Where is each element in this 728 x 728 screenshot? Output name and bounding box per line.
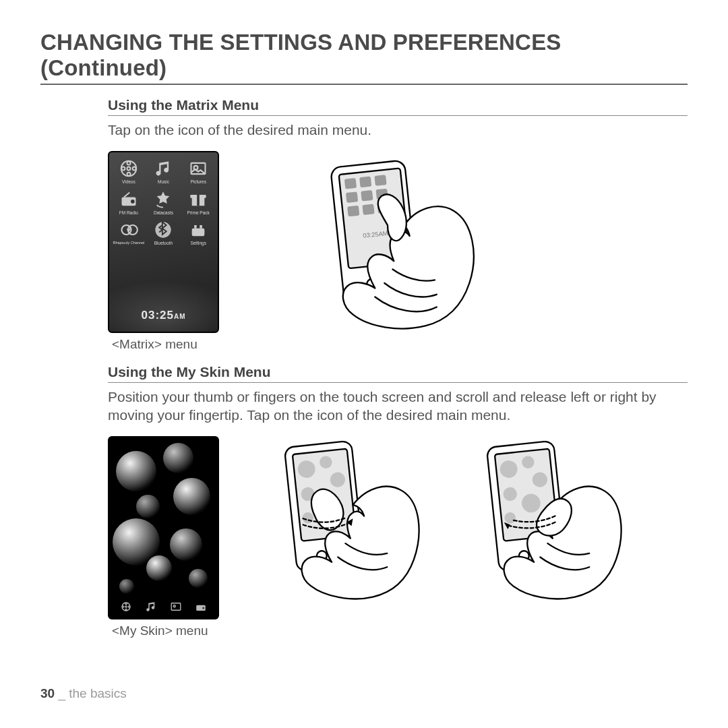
icon-label: Datacasts [154,211,173,216]
section1-body: Tap on the icon of the desired main menu… [108,121,688,139]
pictures-icon [186,158,210,179]
svg-rect-23 [194,225,197,229]
hand-swipe-right-illustration [260,436,421,605]
svg-rect-22 [201,230,203,235]
svg-point-2 [127,162,130,165]
svg-point-38 [122,603,130,611]
section2-figure-row: <My Skin> menu [108,436,688,638]
icon-label: Settings [190,241,206,246]
settings-icon [186,219,210,241]
bar-music-icon [145,601,157,615]
footer-sep: _ [55,686,69,700]
myskin-caption: <My Skin> menu [112,624,219,638]
videos-icon [117,158,141,179]
svg-point-42 [122,606,123,607]
clock-time: 03:25 [141,309,173,322]
svg-rect-44 [171,603,181,611]
svg-point-3 [127,173,130,176]
svg-point-41 [125,609,126,610]
section1-heading: Using the Matrix Menu [108,97,688,116]
section2-body: Position your thumb or fingers on the to… [108,388,688,424]
section1-figure-row: Videos Music Pictures [108,151,688,352]
svg-point-47 [203,607,205,609]
svg-rect-10 [123,200,129,201]
icon-label: Music [158,180,169,185]
svg-rect-24 [200,225,202,229]
datacasts-icon [151,189,175,210]
svg-rect-21 [197,230,199,235]
footer-section: the basics [69,686,127,700]
svg-rect-15 [197,195,200,206]
svg-point-5 [132,167,135,171]
svg-line-12 [124,192,129,197]
icon-label: Prime Pack [187,211,210,216]
clock-display: 03:25AM [109,309,218,322]
fm-radio-icon [117,189,141,210]
section2-heading: Using the My Skin Menu [108,364,688,383]
icon-label: Videos [122,180,135,185]
svg-point-0 [121,161,137,177]
myskin-screenshot-container: <My Skin> menu [108,436,219,638]
clock-ampm: AM [174,313,186,320]
icon-label: FM Radio [119,211,138,216]
hand-swipe-left-illustration [462,436,624,605]
svg-rect-28 [344,178,357,189]
page-title: CHANGING THE SETTINGS AND PREFERENCES (C… [40,30,688,85]
svg-point-43 [128,606,129,607]
svg-rect-29 [359,177,371,188]
matrix-device-screenshot: Videos Music Pictures [108,151,219,333]
svg-rect-31 [346,192,358,204]
prime-pack-icon [186,189,210,210]
rhapsody-icon [117,219,141,241]
svg-point-4 [121,167,125,171]
icon-label: Pictures [190,180,206,185]
svg-rect-20 [193,230,195,235]
bar-pictures-icon [170,601,182,615]
matrix-screenshot-container: Videos Music Pictures [108,151,219,352]
svg-rect-35 [362,204,374,216]
svg-point-1 [127,167,130,171]
svg-rect-34 [347,206,359,217]
bar-radio-icon [195,601,207,615]
svg-point-45 [173,605,175,607]
music-icon [151,158,175,179]
svg-rect-30 [374,175,386,186]
svg-rect-32 [361,190,373,202]
icon-label: Rhapsody Channel [113,241,144,245]
svg-rect-11 [123,202,129,203]
matrix-caption: <Matrix> menu [112,337,219,352]
myskin-device-screenshot [108,436,219,619]
hand-tap-illustration: 03:25AM [293,151,482,340]
bluetooth-icon [151,219,175,241]
svg-point-9 [131,200,135,204]
svg-point-40 [125,603,126,604]
page-number: 30 [40,686,55,700]
svg-point-39 [125,606,126,607]
bar-videos-icon [120,601,132,615]
icon-label: Bluetooth [154,241,173,246]
page-footer: 30 _ the basics [40,686,127,701]
